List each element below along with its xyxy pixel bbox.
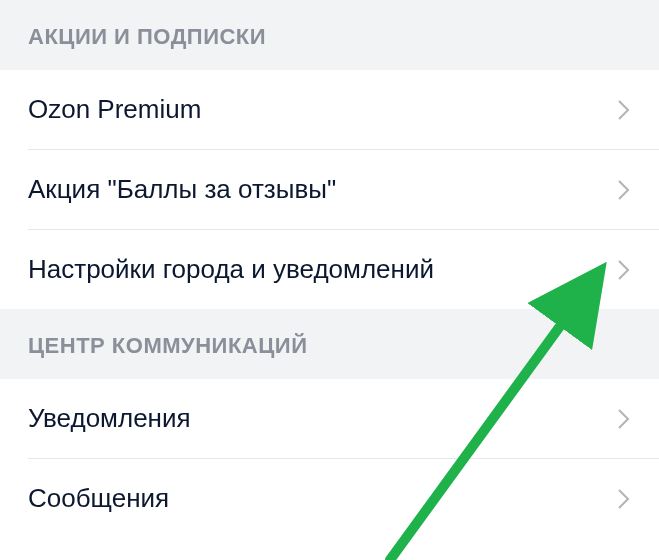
list-item-label: Ozon Premium: [28, 94, 201, 125]
settings-list: АКЦИИ И ПОДПИСКИ Ozon Premium Акция "Бал…: [0, 0, 659, 538]
item-messages[interactable]: Сообщения: [28, 459, 659, 538]
section-header-promotions: АКЦИИ И ПОДПИСКИ: [0, 0, 659, 70]
list-item-label: Настройки города и уведомлений: [28, 254, 434, 285]
chevron-right-icon: [617, 178, 631, 202]
item-ozon-premium[interactable]: Ozon Premium: [28, 70, 659, 150]
chevron-right-icon: [617, 407, 631, 431]
item-review-points[interactable]: Акция "Баллы за отзывы": [28, 150, 659, 230]
section-group-promotions: Ozon Premium Акция "Баллы за отзывы" Нас…: [0, 70, 659, 309]
section-header-communications: ЦЕНТР КОММУНИКАЦИЙ: [0, 309, 659, 379]
chevron-right-icon: [617, 258, 631, 282]
list-item-label: Уведомления: [28, 403, 191, 434]
list-item-label: Сообщения: [28, 483, 169, 514]
section-group-communications: Уведомления Сообщения: [0, 379, 659, 538]
list-item-label: Акция "Баллы за отзывы": [28, 174, 336, 205]
chevron-right-icon: [617, 98, 631, 122]
section-header-label: ЦЕНТР КОММУНИКАЦИЙ: [28, 333, 307, 358]
section-header-label: АКЦИИ И ПОДПИСКИ: [28, 24, 266, 49]
chevron-right-icon: [617, 487, 631, 511]
item-city-notifications[interactable]: Настройки города и уведомлений: [28, 230, 659, 309]
item-notifications[interactable]: Уведомления: [28, 379, 659, 459]
